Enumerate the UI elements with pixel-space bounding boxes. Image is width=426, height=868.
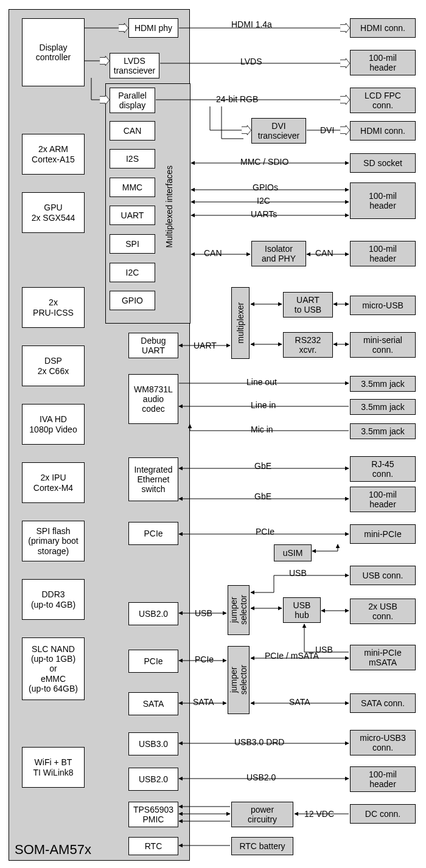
label-hdmi14a: HDMI 1.4a (231, 19, 272, 29)
conn-100mil-5: 100-mil header (350, 766, 416, 792)
block-parallel-display: Parallel display (110, 88, 155, 113)
block-sata: SATA (128, 692, 178, 715)
block-rs232-xcvr: RS232 xcvr. (283, 332, 333, 358)
conn-msata: mini-PCIe mSATA (350, 645, 416, 670)
label-dvi: DVI (320, 125, 334, 135)
block-jumper-selector-2: jumper selector (228, 646, 250, 714)
block-i2c: I2C (110, 263, 155, 282)
label-line-out: Line out (246, 377, 277, 387)
block-gpu: GPU 2x SGX544 (22, 192, 85, 233)
block-power-circuitry: power circuitry (231, 802, 293, 827)
label-uarts: UARTs (251, 209, 277, 219)
label-can: CAN (204, 248, 222, 258)
conn-jack-2: 3.5mm jack (350, 399, 416, 415)
block-cortex-a15: 2x ARM Cortex-A15 (22, 134, 85, 175)
block-gpio: GPIO (110, 291, 155, 310)
block-rtc: RTC (128, 837, 178, 855)
block-jumper-selector-2-label: jumper selector (229, 665, 248, 695)
block-rtc-battery: RTC battery (231, 837, 293, 855)
block-usb20-b: USB2.0 (128, 768, 178, 791)
label-12vdc: 12 VDC (304, 809, 334, 819)
block-dvi-transciever: DVI transciever (251, 118, 306, 144)
conn-usb-2x: 2x USB conn. (350, 599, 416, 624)
label-gpios: GPIOs (253, 182, 278, 192)
block-iva-hd: IVA HD 1080p Video (22, 404, 85, 445)
block-mmc: MMC (110, 178, 155, 197)
conn-100mil-3: 100-mil header (350, 241, 416, 266)
block-hdmi-phy: HDMI phy (128, 18, 178, 38)
conn-dc: DC conn. (350, 804, 416, 824)
label-uart: UART (194, 341, 217, 350)
label-rgb24: 24-bit RGB (216, 94, 258, 104)
block-usb-hub: USB hub (283, 597, 321, 623)
label-i2c: I2C (257, 196, 270, 206)
block-pcie-2: PCIe (128, 650, 178, 673)
conn-rj45: RJ-45 conn. (350, 456, 416, 482)
label-lvds: LVDS (240, 57, 262, 66)
diagram-canvas: SOM-AM57x Multiplexed interfaces Display… (0, 0, 426, 868)
label-usb30-drd: USB3.0 DRD (234, 737, 284, 747)
block-ddr3: DDR3 (up-to 4GB) (22, 579, 85, 620)
block-jumper-selector-1-label: jumper selector (229, 595, 248, 625)
block-jumper-selector-1: jumper selector (228, 585, 250, 635)
label-usb20: USB2.0 (246, 773, 276, 782)
conn-jack-1: 3.5mm jack (350, 376, 416, 392)
label-pcie2: PCIe (195, 654, 214, 664)
block-debug-uart: Debug UART (128, 333, 178, 358)
label-usb-jumper-up: USB (289, 568, 307, 578)
label-line-in: Line in (251, 400, 276, 410)
block-spi: SPI (110, 234, 155, 254)
label-sata2: SATA (289, 697, 310, 707)
block-usb30: USB3.0 (128, 732, 178, 755)
block-can: CAN (110, 121, 155, 141)
block-nand-emmc: SLC NAND (up-to 1GB) or eMMC (up-to 64GB… (22, 637, 85, 700)
label-gbe2: GbE (254, 491, 271, 501)
conn-sd-socket: SD socket (350, 153, 416, 173)
conn-100mil-4: 100-mil header (350, 487, 416, 512)
conn-hdmi-1: HDMI conn. (350, 18, 416, 38)
som-label: SOM-AM57x (15, 842, 91, 858)
conn-lcd-fpc: LCD FPC conn. (350, 88, 416, 113)
block-pmic: TPS65903 PMIC (128, 802, 178, 827)
label-can2: CAN (315, 248, 333, 258)
conn-usb-single: USB conn. (350, 566, 416, 585)
conn-mini-serial: mini-serial conn. (350, 332, 416, 358)
conn-micro-usb3: micro-USB3 conn. (350, 730, 416, 755)
block-usim: uSIM (274, 544, 312, 561)
block-usb20-a: USB2.0 (128, 602, 178, 625)
mux-group-label: Multiplexed interfaces (164, 165, 174, 248)
label-pcie: PCIe (256, 527, 274, 536)
block-wifi-bt: WiFi + BT TI WiLink8 (22, 747, 85, 788)
block-uart: UART (110, 206, 155, 225)
label-sata: SATA (193, 697, 214, 707)
block-i2s: I2S (110, 149, 155, 168)
label-mmc-sdio: MMC / SDIO (240, 157, 288, 167)
conn-micro-usb: micro-USB (350, 296, 416, 315)
block-audio-codec: WM8731L audio codec (128, 374, 178, 424)
conn-mini-pcie: mini-PCIe (350, 524, 416, 544)
label-pcie-msata: PCIe / mSATA (265, 651, 319, 661)
block-pru-icss: 2x PRU-ICSS (22, 287, 85, 328)
block-multiplexer-uart: multiplexer (231, 287, 250, 359)
conn-jack-3: 3.5mm jack (350, 423, 416, 439)
mux-group-label-box: Multiplexed interfaces (159, 125, 179, 289)
block-eth-switch: Integrated Ethernet switch (128, 457, 178, 501)
block-isolator-phy: Isolator and PHY (251, 241, 306, 266)
conn-100mil-1: 100-mil header (350, 50, 416, 75)
block-spi-flash: SPI flash (primary boot storage) (22, 521, 85, 561)
block-display-controller: Display controller (22, 18, 85, 86)
conn-sata: SATA conn. (350, 693, 416, 713)
block-multiplexer-uart-label: multiplexer (236, 302, 245, 344)
block-dsp: DSP 2x C66x (22, 345, 85, 386)
block-uart-to-usb: UART to USB (283, 292, 333, 318)
label-usb: USB (195, 608, 212, 618)
block-ipu: 2x IPU Cortex-M4 (22, 462, 85, 503)
label-gbe1: GbE (254, 461, 271, 471)
label-mic-in: Mic in (251, 425, 273, 434)
block-pcie-1: PCIe (128, 522, 178, 545)
conn-100mil-2: 100-mil header (350, 182, 416, 219)
block-lvds-transciever: LVDS transciever (110, 53, 159, 78)
conn-hdmi-2: HDMI conn. (350, 121, 416, 141)
